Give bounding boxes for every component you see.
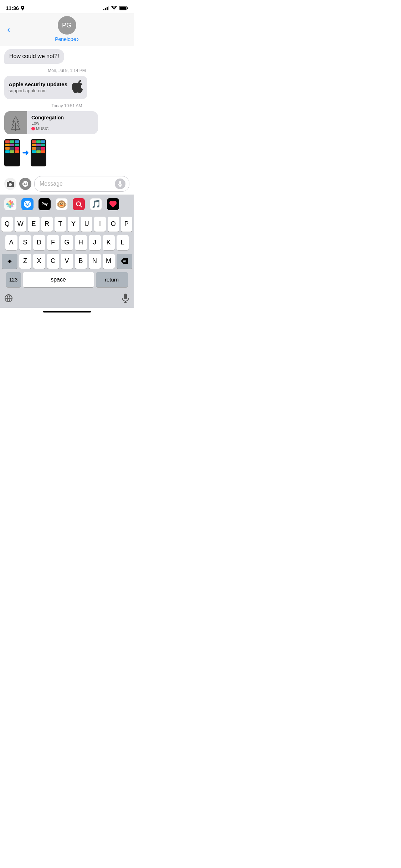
music-bubble[interactable]: Congregation Low MUSIC bbox=[4, 111, 98, 134]
phone-1-icon bbox=[4, 139, 20, 166]
camera-button[interactable] bbox=[4, 178, 16, 190]
app-memoji-button[interactable]: 🐵 bbox=[56, 198, 68, 210]
avatar: PG bbox=[58, 16, 76, 35]
timestamp-2: Today 10:51 AM bbox=[4, 103, 129, 108]
key-z[interactable]: Z bbox=[19, 254, 31, 269]
svg-rect-20 bbox=[124, 294, 127, 299]
status-icons bbox=[103, 6, 128, 10]
app-applepay-button[interactable]: Pay bbox=[38, 198, 51, 210]
home-indicator bbox=[0, 308, 134, 317]
key-w[interactable]: W bbox=[15, 217, 26, 232]
key-r[interactable]: R bbox=[41, 217, 53, 232]
phone-2-icon bbox=[31, 139, 46, 166]
app-health-button[interactable] bbox=[107, 198, 119, 210]
svg-point-4 bbox=[31, 127, 35, 130]
svg-rect-5 bbox=[119, 181, 121, 185]
key-a[interactable]: A bbox=[5, 235, 17, 250]
back-button[interactable]: ‹ bbox=[4, 23, 13, 36]
song-title: Congregation bbox=[31, 115, 64, 120]
app-music-button[interactable]: 🎵 bbox=[90, 198, 102, 210]
artist-name: Low bbox=[31, 121, 64, 126]
return-key[interactable]: return bbox=[96, 272, 128, 287]
key-k[interactable]: K bbox=[103, 235, 115, 250]
key-n[interactable]: N bbox=[89, 254, 101, 269]
battery-icon bbox=[119, 6, 128, 10]
key-e[interactable]: E bbox=[28, 217, 39, 232]
key-j[interactable]: J bbox=[89, 235, 101, 250]
key-d[interactable]: D bbox=[33, 235, 45, 250]
key-g[interactable]: G bbox=[61, 235, 73, 250]
svg-rect-1 bbox=[127, 7, 128, 9]
status-bar: 11:36 bbox=[0, 0, 134, 13]
keyboard-row-3: Z X C V B N M bbox=[1, 254, 132, 269]
key-x[interactable]: X bbox=[33, 254, 45, 269]
app-appstore-button[interactable] bbox=[21, 198, 34, 210]
mic-input-button[interactable] bbox=[115, 179, 125, 189]
link-title: Apple security updates bbox=[9, 81, 67, 88]
key-c[interactable]: C bbox=[47, 254, 59, 269]
key-f[interactable]: F bbox=[47, 235, 59, 250]
keyboard-bottom-bar bbox=[0, 292, 134, 308]
key-u[interactable]: U bbox=[81, 217, 92, 232]
link-url: support.apple.com bbox=[9, 88, 67, 93]
arrow-right-icon: ➜ bbox=[22, 148, 29, 157]
contact-name[interactable]: Penelope bbox=[55, 36, 79, 42]
svg-line-18 bbox=[80, 206, 82, 207]
keyboard-row-2: A S D F G H J K L bbox=[1, 235, 132, 250]
album-art bbox=[4, 111, 27, 134]
space-key[interactable]: space bbox=[23, 272, 94, 287]
key-s[interactable]: S bbox=[19, 235, 31, 250]
key-p[interactable]: P bbox=[121, 217, 132, 232]
music-message-container: Congregation Low MUSIC bbox=[4, 111, 129, 134]
key-i[interactable]: I bbox=[94, 217, 106, 232]
app-search-button[interactable] bbox=[73, 198, 85, 210]
key-o[interactable]: O bbox=[108, 217, 119, 232]
signal-icon bbox=[103, 6, 109, 10]
svg-rect-2 bbox=[120, 6, 126, 10]
shift-key[interactable] bbox=[2, 254, 17, 269]
link-bubble[interactable]: Apple security updates support.apple.com bbox=[4, 76, 87, 99]
message-bubble-received: How could we not?! bbox=[4, 49, 64, 64]
chat-area: How could we not?! Mon, Jul 9, 1:14 PM A… bbox=[0, 46, 134, 173]
key-y[interactable]: Y bbox=[68, 217, 79, 232]
phone-transfer-image: ➜ bbox=[4, 136, 46, 170]
home-bar bbox=[43, 311, 91, 312]
message-input-wrapper[interactable] bbox=[34, 176, 129, 192]
key-m[interactable]: M bbox=[103, 254, 115, 269]
key-l[interactable]: L bbox=[117, 235, 129, 250]
delete-key[interactable] bbox=[117, 254, 132, 269]
wifi-icon bbox=[111, 6, 117, 10]
input-bar bbox=[0, 173, 134, 195]
key-q[interactable]: Q bbox=[1, 217, 13, 232]
keyboard: Q W E R T Y U I O P A S D F G H J K L Z … bbox=[0, 214, 134, 292]
app-strip: Pay 🐵 🎵 bbox=[0, 195, 134, 214]
key-h[interactable]: H bbox=[75, 235, 87, 250]
chat-header: ‹ PG Penelope bbox=[0, 13, 134, 46]
key-b[interactable]: B bbox=[75, 254, 87, 269]
timestamp: Mon, Jul 9, 1:14 PM bbox=[4, 68, 129, 73]
apple-logo-icon bbox=[72, 79, 83, 95]
key-v[interactable]: V bbox=[61, 254, 73, 269]
mic-keyboard-button[interactable] bbox=[122, 294, 129, 305]
key-t[interactable]: T bbox=[55, 217, 66, 232]
status-time: 11:36 bbox=[6, 5, 19, 11]
numbers-key[interactable]: 123 bbox=[6, 272, 21, 287]
message-input[interactable] bbox=[40, 181, 115, 187]
music-service: MUSIC bbox=[31, 126, 64, 131]
keyboard-row-1: Q W E R T Y U I O P bbox=[1, 217, 132, 232]
app-photos-button[interactable] bbox=[4, 198, 16, 210]
keyboard-row-4: 123 space return bbox=[1, 272, 132, 287]
appstore-button[interactable] bbox=[19, 178, 31, 190]
globe-key[interactable] bbox=[4, 294, 13, 305]
location-icon bbox=[21, 6, 25, 11]
